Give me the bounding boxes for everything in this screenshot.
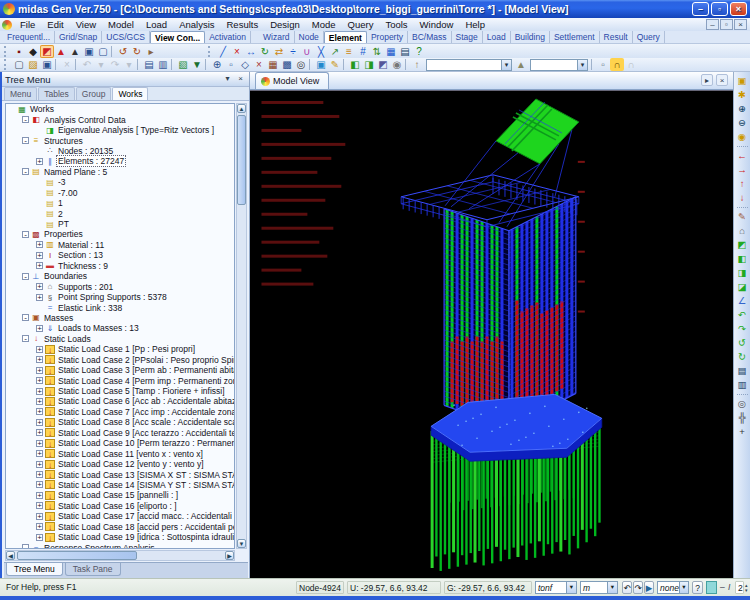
tab-node[interactable]: Node bbox=[295, 31, 324, 43]
tab-building[interactable]: Building bbox=[511, 31, 550, 43]
tab-property[interactable]: Property bbox=[367, 31, 408, 43]
left-view-button[interactable]: ◨ bbox=[735, 266, 750, 280]
text-output-button[interactable]: ▧ bbox=[176, 58, 190, 71]
activate-all-button[interactable]: ◉ bbox=[390, 58, 404, 71]
tree-item-static-load-case-18-accid-pers-accidenta[interactable]: +↓Static Load Case 18 [accid pers : Acci… bbox=[6, 522, 234, 532]
tree-item-1[interactable]: ▤1 bbox=[6, 198, 234, 208]
divide-elements-button[interactable]: ÷ bbox=[286, 45, 300, 58]
bottom-tab-tree-menu[interactable]: Tree Menu bbox=[6, 563, 63, 576]
scrollbar-thumb[interactable] bbox=[237, 115, 246, 205]
create-elements-button[interactable]: ╱ bbox=[216, 45, 230, 58]
expand-icon[interactable]: + bbox=[36, 513, 43, 520]
delete-elements-button[interactable]: × bbox=[230, 45, 244, 58]
query-zoom-button[interactable]: ◎ bbox=[735, 397, 750, 411]
close-button[interactable]: × bbox=[730, 2, 747, 16]
copy-view-button[interactable]: ▥ bbox=[735, 378, 750, 392]
tree-item-static-load-case-11-vento-x-vento-x[interactable]: +↓Static Load Case 11 [vento x : vento x… bbox=[6, 448, 234, 458]
key-up-button[interactable]: ↑ bbox=[410, 58, 424, 71]
render-view-button[interactable]: ◩ bbox=[40, 45, 54, 58]
menu-mode[interactable]: Mode bbox=[306, 19, 342, 30]
new-project-button[interactable]: ▢ bbox=[12, 58, 26, 71]
menu-file[interactable]: File bbox=[14, 19, 41, 30]
display-option-button[interactable]: ▣ bbox=[82, 45, 96, 58]
graphic-output-button[interactable]: ▼ bbox=[190, 58, 204, 71]
expand-icon[interactable]: + bbox=[36, 356, 43, 363]
save-project-button[interactable]: ▣ bbox=[40, 58, 54, 71]
compact-element-numbers-button[interactable]: # bbox=[356, 45, 370, 58]
scroll-left-arrow[interactable]: ◀ bbox=[6, 551, 15, 560]
tab-bc-mass[interactable]: BC/Mass bbox=[408, 31, 451, 43]
scroll-tabs-icon[interactable]: ▸ bbox=[701, 74, 713, 86]
play-button[interactable]: ▶ bbox=[644, 581, 654, 594]
tree-item-elastic-link-338[interactable]: =Elastic Link : 338 bbox=[6, 302, 234, 312]
previous-view-button[interactable]: ↶ bbox=[622, 581, 632, 594]
tree-item-eigenvalue-analysis-type-ritz-vectors[interactable]: ◨Eigenvalue Analysis [ Type=Ritz Vectors… bbox=[6, 125, 234, 135]
model-view-canvas[interactable] bbox=[250, 90, 733, 578]
expand-icon[interactable]: + bbox=[36, 419, 43, 426]
tree-item-static-load-case-2-ppsolai-peso-proprio-[interactable]: +↓Static Load Case 2 [PPsolai : Peso pro… bbox=[6, 355, 234, 365]
expand-icon[interactable]: + bbox=[36, 262, 43, 269]
pan-down-button[interactable]: ↓ bbox=[735, 191, 750, 205]
tree-item-point-spring-supports-5378[interactable]: +§Point Spring Supports : 5378 bbox=[6, 292, 234, 302]
menu-design[interactable]: Design bbox=[264, 19, 306, 30]
change-element-parameters-button[interactable]: ≡ bbox=[342, 45, 356, 58]
tree-item-static-load-case-4-perm-imp-permanenti-z[interactable]: +↓Static Load Case 4 [Perm imp : Permane… bbox=[6, 375, 234, 385]
mdi-close-button[interactable]: × bbox=[734, 19, 747, 30]
print-button[interactable]: ▤ bbox=[142, 58, 156, 71]
collapse-icon[interactable]: - bbox=[22, 116, 29, 123]
minimize-button[interactable]: – bbox=[692, 2, 709, 16]
menu-view[interactable]: View bbox=[70, 19, 102, 30]
expand-icon[interactable]: + bbox=[36, 523, 43, 530]
menu-edit[interactable]: Edit bbox=[41, 19, 69, 30]
query-node-button[interactable]: ⊕ bbox=[210, 58, 224, 71]
mirror-elements-button[interactable]: ⇄ bbox=[272, 45, 286, 58]
pan-right-button[interactable]: → bbox=[735, 163, 750, 177]
front-view-button[interactable]: ∠ bbox=[735, 294, 750, 308]
chevron-down-icon[interactable]: ▾ bbox=[679, 582, 688, 593]
activate-toggle-button[interactable]: ▸ bbox=[144, 45, 158, 58]
tab-ucs-gcs[interactable]: UCS/GCS bbox=[102, 31, 150, 43]
top-view-button[interactable]: ◧ bbox=[735, 252, 750, 266]
menu-query[interactable]: Query bbox=[342, 19, 380, 30]
capture-view-button[interactable]: ▤ bbox=[735, 364, 750, 378]
tree-item-structures[interactable]: -≡Structures bbox=[6, 135, 234, 145]
renumber-element-id-button[interactable]: ⇅ bbox=[370, 45, 384, 58]
mdi-minimize-button[interactable]: – bbox=[706, 19, 719, 30]
chevron-down-icon[interactable]: ▾ bbox=[566, 582, 576, 593]
view-mode-select[interactable]: none▾ bbox=[657, 581, 689, 594]
expand-icon[interactable]: + bbox=[36, 294, 43, 301]
tree-item-section-13[interactable]: +ISection : 13 bbox=[6, 250, 234, 260]
tree-item-analysis-control-data[interactable]: -◧Analysis Control Data bbox=[6, 114, 234, 124]
right-view-button[interactable]: ◪ bbox=[735, 280, 750, 294]
tree-tab-works[interactable]: Works bbox=[112, 87, 148, 100]
expand-icon[interactable]: + bbox=[36, 534, 43, 541]
chevron-down-icon[interactable]: ▾ bbox=[607, 582, 617, 593]
shrink-elements-button[interactable]: ▪ bbox=[12, 45, 26, 58]
bottom-tab-task-pane[interactable]: Task Pane bbox=[65, 563, 121, 576]
element-table-button[interactable]: ▤ bbox=[398, 45, 412, 58]
tree-item-static-load-case-6-acc-ab-accidentale-ab[interactable]: +↓Static Load Case 6 [Acc ab : Accidenta… bbox=[6, 396, 234, 406]
tab-settlement[interactable]: Settlement bbox=[550, 31, 600, 43]
tab-query[interactable]: Query bbox=[633, 31, 665, 43]
next-view-button[interactable]: ↷ bbox=[633, 581, 643, 594]
menu-window[interactable]: Window bbox=[414, 19, 460, 30]
force-unit-select[interactable]: tonf▾ bbox=[535, 581, 577, 594]
tree-item-masses[interactable]: -▣Masses bbox=[6, 313, 234, 323]
tree-item-supports-201[interactable]: +⌂Supports : 201 bbox=[6, 281, 234, 291]
extrude-elements-button[interactable]: ↗ bbox=[328, 45, 342, 58]
tree-item-3[interactable]: ▤-3 bbox=[6, 177, 234, 187]
tab-stage[interactable]: Stage bbox=[452, 31, 483, 43]
activate-group-b-button[interactable]: ◨ bbox=[362, 58, 376, 71]
edit-pen-button[interactable]: ✎ bbox=[328, 58, 342, 71]
tab-frequentl[interactable]: Frequentl... bbox=[3, 31, 55, 43]
tree-tab-menu[interactable]: Menu bbox=[4, 87, 37, 100]
select-intersect-button[interactable]: × bbox=[252, 58, 266, 71]
active-identity-button[interactable]: ↻ bbox=[130, 45, 144, 58]
expand-icon[interactable]: + bbox=[36, 461, 43, 468]
query-element-button[interactable]: ? bbox=[412, 45, 426, 58]
expand-icon[interactable]: + bbox=[36, 325, 43, 332]
tree-item-static-load-case-7-acc-imp-accidentale-z[interactable]: +↓Static Load Case 7 [Acc imp : Accident… bbox=[6, 407, 234, 417]
initial-view-button[interactable]: ⌂ bbox=[735, 224, 750, 238]
length-unit-select[interactable]: m▾ bbox=[580, 581, 618, 594]
group-combo[interactable]: ▾ bbox=[530, 59, 588, 71]
